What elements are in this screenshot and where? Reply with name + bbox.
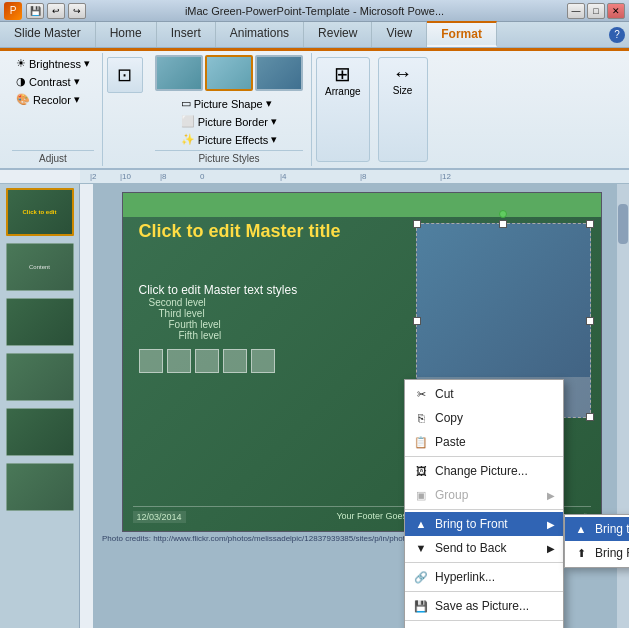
cm-send-to-back[interactable]: ▼ Send to Back ▶ bbox=[405, 536, 563, 560]
canvas-area[interactable]: Click to edit Master title Click to edit… bbox=[94, 184, 629, 628]
cm-hyperlink[interactable]: 🔗 Hyperlink... bbox=[405, 565, 563, 589]
slide-thumb-1[interactable]: Click to edit bbox=[6, 188, 74, 236]
size-btn[interactable]: ↔ Size bbox=[378, 57, 428, 162]
cm-bring-to-front[interactable]: ▲ Bring to Front ▶ bbox=[405, 512, 563, 536]
slide-thumb-4[interactable] bbox=[6, 353, 74, 401]
thumb2-content: Content bbox=[29, 264, 50, 270]
cut-icon: ✂ bbox=[413, 386, 429, 402]
picture-effects-icon: ✨ bbox=[181, 133, 195, 146]
ruler-mark-0: 0 bbox=[200, 172, 204, 181]
scrollbar-thumb[interactable] bbox=[618, 204, 628, 244]
size-icon: ↔ bbox=[393, 62, 413, 85]
undo-btn[interactable]: ↩ bbox=[47, 3, 65, 19]
ruler-mark-plus8: |8 bbox=[360, 172, 367, 181]
level-5: Fifth level bbox=[179, 330, 401, 341]
maximize-btn[interactable]: □ bbox=[587, 3, 605, 19]
footer-date: 12/03/2014 bbox=[133, 511, 186, 523]
slide-thumb-5[interactable] bbox=[6, 408, 74, 456]
handle-br bbox=[586, 413, 594, 421]
arrange-icon: ⊞ bbox=[334, 62, 351, 86]
sub-forward-icon: ⬆ bbox=[573, 545, 589, 561]
slide-thumb-3[interactable] bbox=[6, 298, 74, 346]
effects-arrow: ▾ bbox=[271, 133, 277, 146]
picture-effects-btn[interactable]: ✨ Picture Effects ▾ bbox=[177, 131, 282, 148]
cm-size-position[interactable]: ⊡ Size and Position... bbox=[405, 623, 563, 628]
style-thumb-1[interactable] bbox=[155, 55, 203, 91]
contrast-icon: ◑ bbox=[16, 75, 26, 88]
save-btn[interactable]: 💾 bbox=[26, 3, 44, 19]
style-thumb-2[interactable] bbox=[205, 55, 253, 91]
slide-item-1: 1 Click to edit bbox=[6, 188, 74, 236]
arrange-btn[interactable]: ⊞ Arrange bbox=[316, 57, 370, 162]
thumb1-content: Click to edit bbox=[22, 209, 56, 215]
recolor-btn[interactable]: 🎨 Recolor ▾ bbox=[12, 91, 84, 108]
tab-view[interactable]: View bbox=[372, 22, 427, 47]
icon-4 bbox=[223, 349, 247, 373]
style-thumb-3[interactable] bbox=[255, 55, 303, 91]
tab-slide-master[interactable]: Slide Master bbox=[0, 22, 96, 47]
tab-insert[interactable]: Insert bbox=[157, 22, 216, 47]
slide-thumb-6[interactable] bbox=[6, 463, 74, 511]
handle-tr bbox=[586, 220, 594, 228]
cm-copy[interactable]: ⎘ Copy bbox=[405, 406, 563, 430]
rotate-handle[interactable] bbox=[499, 210, 507, 218]
ruler-mark-plus4: |4 bbox=[280, 172, 287, 181]
slide-title[interactable]: Click to edit Master title bbox=[139, 221, 401, 242]
ruler-mark-minus10: |10 bbox=[120, 172, 131, 181]
recolor-icon: 🎨 bbox=[16, 93, 30, 106]
picture-border-icon: ⬜ bbox=[181, 115, 195, 128]
ruler-inner: |2 |10 |8 0 |4 |8 |12 bbox=[80, 170, 629, 183]
redo-btn[interactable]: ↪ bbox=[68, 3, 86, 19]
send-back-label: Send to Back bbox=[435, 541, 506, 555]
picture-border-btn[interactable]: ⬜ Picture Border ▾ bbox=[177, 113, 282, 130]
tab-home[interactable]: Home bbox=[96, 22, 157, 47]
vertical-ruler bbox=[80, 184, 94, 628]
sub-front-label: Bring to Front bbox=[595, 522, 629, 536]
ribbon-tabs: Slide Master Home Insert Animations Revi… bbox=[0, 22, 629, 48]
cut-label: Cut bbox=[435, 387, 454, 401]
save-picture-icon: 💾 bbox=[413, 598, 429, 614]
picture-shape-btn[interactable]: ▭ Picture Shape ▾ bbox=[177, 95, 282, 112]
cm-paste[interactable]: 📋 Paste bbox=[405, 430, 563, 454]
contrast-btn[interactable]: ◑ Contrast ▾ bbox=[12, 73, 84, 90]
sub-front-icon: ▲ bbox=[573, 521, 589, 537]
send-back-icon: ▼ bbox=[413, 540, 429, 556]
close-btn[interactable]: ✕ bbox=[607, 3, 625, 19]
bring-front-arrow: ▶ bbox=[547, 519, 555, 530]
hyperlink-icon: 🔗 bbox=[413, 569, 429, 585]
paste-icon: 📋 bbox=[413, 434, 429, 450]
window-controls: — □ ✕ bbox=[567, 3, 625, 19]
content-levels: Second level Third level Fourth level Fi… bbox=[149, 297, 401, 341]
tab-review[interactable]: Review bbox=[304, 22, 372, 47]
arrange-size-group: ⊞ Arrange ↔ Size bbox=[312, 53, 432, 166]
cm-cut[interactable]: ✂ Cut bbox=[405, 382, 563, 406]
help-btn[interactable]: ? bbox=[609, 27, 625, 43]
brightness-btn[interactable]: ☀ Brightness ▾ bbox=[12, 55, 94, 72]
handle-tl bbox=[413, 220, 421, 228]
tab-animations[interactable]: Animations bbox=[216, 22, 304, 47]
sub-bring-forward[interactable]: ⬆ Bring Forward bbox=[565, 541, 629, 565]
cm-change-picture[interactable]: 🖼 Change Picture... bbox=[405, 459, 563, 483]
send-back-arrow: ▶ bbox=[547, 543, 555, 554]
sub-bring-to-front[interactable]: ▲ Bring to Front bbox=[565, 517, 629, 541]
group-label: Group bbox=[435, 488, 468, 502]
ruler-mark-plus12: |12 bbox=[440, 172, 451, 181]
crop-btn[interactable]: ⊡ bbox=[107, 57, 143, 93]
slide-item-4 bbox=[6, 353, 74, 401]
ribbon: Slide Master Home Insert Animations Revi… bbox=[0, 22, 629, 170]
level-3: Third level bbox=[159, 308, 401, 319]
slide-content[interactable]: Click to edit Master text styles Second … bbox=[139, 283, 401, 373]
cm-sep-3 bbox=[405, 562, 563, 563]
border-arrow: ▾ bbox=[271, 115, 277, 128]
bring-front-label: Bring to Front bbox=[435, 517, 508, 531]
cm-sep-4 bbox=[405, 591, 563, 592]
style-thumbs bbox=[155, 55, 303, 91]
minimize-btn[interactable]: — bbox=[567, 3, 585, 19]
tab-format[interactable]: Format bbox=[427, 21, 497, 47]
content-icons bbox=[139, 349, 401, 373]
bring-front-icon: ▲ bbox=[413, 516, 429, 532]
cm-save-as-picture[interactable]: 💾 Save as Picture... bbox=[405, 594, 563, 618]
app-icon[interactable]: P bbox=[4, 2, 22, 20]
slide-thumb-2[interactable]: Content bbox=[6, 243, 74, 291]
icon-5 bbox=[251, 349, 275, 373]
